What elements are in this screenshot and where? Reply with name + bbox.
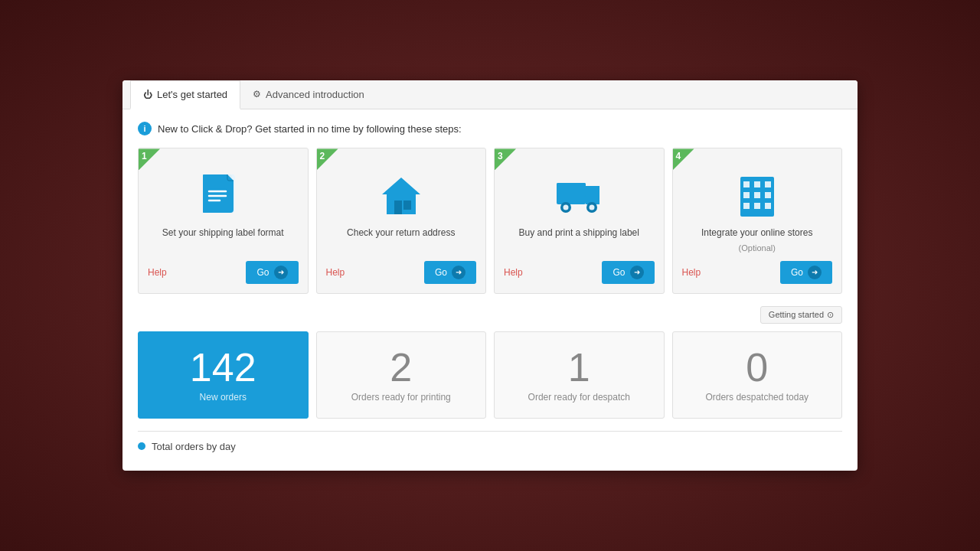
stat-new-orders-value: 142 [190,347,256,387]
step-3-icon [555,173,603,219]
step-3-title: Buy and print a shipping label [519,227,639,240]
step-4-help[interactable]: Help [682,267,701,278]
stat-despatched-today-value: 0 [746,347,768,387]
chart-section: Total orders by day [138,431,842,452]
step-2-go-button[interactable]: Go ➜ [424,261,476,284]
tab-get-started[interactable]: ⏻ Let's get started [130,80,240,109]
step-3-number: 3 [498,151,503,161]
step-4-title: Integrate your online stores [701,227,812,240]
step-4-go-button[interactable]: Go ➜ [780,261,832,284]
info-text: New to Click & Drop? Get started in no t… [158,123,462,135]
stat-ready-printing: 2 Orders ready for printing [316,331,487,419]
step-4-card: 4 Integrate your onlin [672,148,843,293]
content-area: i New to Click & Drop? Get started in no… [122,109,858,470]
step-1-title: Set your shipping label format [162,227,284,240]
tab-get-started-label: Let's get started [157,89,227,100]
info-banner: i New to Click & Drop? Get started in no… [138,122,842,135]
step-2-card: 2 Check your return address Help Go ➜ [316,148,487,293]
step-3-help[interactable]: Help [504,267,523,278]
step-1-card: 1 Set your shipping label format [138,148,309,293]
getting-started-label: Getting started [769,310,824,319]
step-2-go-arrow: ➜ [452,266,466,279]
step-4-subtitle: (Optional) [739,243,776,254]
stats-grid: 142 New orders 2 Orders ready for printi… [138,331,842,419]
step-2-title: Check your return address [347,227,455,240]
step-2-icon [381,173,422,219]
stat-despatched-today: 0 Orders despatched today [672,331,843,419]
step-4-icon [737,173,777,219]
tab-advanced-label: Advanced introduction [266,89,364,100]
step-4-go-arrow: ➜ [808,266,822,279]
svg-rect-7 [394,201,402,214]
stat-new-orders: 142 New orders [138,331,309,419]
stat-ready-despatch-value: 1 [568,347,590,387]
stat-ready-printing-value: 2 [390,347,412,387]
step-2-help[interactable]: Help [326,267,345,278]
step-1-go-button[interactable]: Go ➜ [246,261,298,284]
step-2-footer: Help Go ➜ [326,261,477,284]
svg-rect-22 [765,192,771,198]
getting-started-bar: Getting started ⊙ [138,306,842,324]
svg-rect-18 [754,181,760,187]
step-3-go-button[interactable]: Go ➜ [602,261,654,284]
tab-advanced[interactable]: ⚙ Advanced introduction [240,80,377,109]
step-3-go-arrow: ➜ [630,266,644,279]
step-1-go-arrow: ➜ [274,266,288,279]
tab-bar: ⏻ Let's get started ⚙ Advanced introduct… [122,80,858,109]
svg-rect-23 [743,203,750,209]
main-window: ⏻ Let's get started ⚙ Advanced introduct… [122,80,858,470]
svg-rect-21 [754,192,760,198]
svg-rect-17 [743,181,750,187]
stat-ready-despatch: 1 Order ready for despatch [494,331,665,419]
info-icon: i [138,122,152,135]
svg-rect-20 [743,192,750,198]
step-1-number: 1 [142,151,147,161]
stat-despatched-today-label: Orders despatched today [705,392,808,403]
getting-started-icon: ⊙ [827,310,834,320]
step-4-number: 4 [676,151,681,161]
gear-icon: ⚙ [253,89,261,99]
svg-rect-25 [765,203,771,209]
step-2-number: 2 [320,151,325,161]
step-1-help[interactable]: Help [148,267,167,278]
power-icon: ⏻ [143,90,152,100]
chart-header: Total orders by day [138,441,842,452]
getting-started-button[interactable]: Getting started ⊙ [760,306,842,324]
svg-point-14 [590,205,595,210]
step-3-footer: Help Go ➜ [504,261,655,284]
step-1-footer: Help Go ➜ [148,261,299,284]
svg-rect-15 [557,183,586,197]
chart-dot [138,442,145,450]
steps-grid: 1 Set your shipping label format [138,148,842,293]
step-1-icon [203,173,243,219]
svg-marker-10 [586,186,599,204]
stat-ready-printing-label: Orders ready for printing [351,392,451,403]
svg-point-12 [564,205,569,210]
svg-rect-19 [765,181,771,187]
stat-ready-despatch-label: Order ready for despatch [528,392,630,403]
stat-new-orders-label: New orders [200,392,247,403]
svg-rect-24 [754,203,760,209]
step-3-card: 3 Buy and print a shipping label Help [494,148,665,293]
svg-rect-8 [403,201,411,210]
step-4-footer: Help Go ➜ [682,261,833,284]
chart-title: Total orders by day [152,441,236,452]
